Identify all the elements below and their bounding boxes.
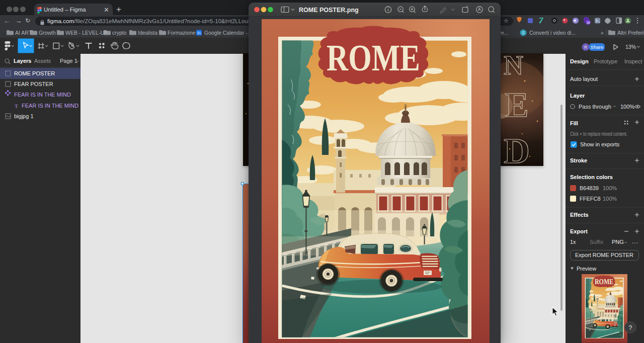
svg-text:Layers: Layers [14,58,31,64]
svg-text:AI ART: AI ART [15,30,32,36]
svg-text:Preview: Preview [577,266,596,272]
svg-text:100%: 100% [620,104,634,110]
svg-text:Auto layout: Auto layout [570,76,598,82]
svg-text:Growth: Growth [39,30,56,36]
svg-text:Effects: Effects [570,212,589,218]
svg-text:Stroke: Stroke [570,157,587,163]
svg-text:Export: Export [570,228,588,234]
svg-text:crypto: crypto [112,30,127,36]
svg-text:Prototype: Prototype [594,58,617,64]
svg-text:Google Calendar -...: Google Calendar -... [204,30,252,36]
svg-text:Selection colors: Selection colors [570,174,613,180]
svg-text:Idealista: Idealista [138,30,157,36]
svg-text:Suffix: Suffix [590,239,604,245]
svg-text:Pass through: Pass through [579,104,611,110]
svg-text:FEAR IS IN THE MIND: FEAR IS IN THE MIND [22,103,78,109]
svg-text:Design: Design [570,58,589,64]
svg-text:S: S [522,30,525,35]
svg-text:Show in exports: Show in exports [580,141,620,147]
svg-text:100%: 100% [603,196,617,202]
svg-text:Export ROME POSTER: Export ROME POSTER [575,252,633,258]
svg-text:Fill: Fill [570,120,578,126]
svg-text:Altri Preferiti: Altri Preferiti [617,30,644,36]
svg-text:Formazione: Formazione [168,30,196,36]
svg-text:E: E [505,85,529,124]
svg-text:N: N [504,53,523,80]
svg-text:100%: 100% [603,185,617,191]
svg-text:Assets: Assets [34,58,51,64]
svg-text:Converti i video di...: Converti i video di... [529,30,576,36]
svg-text:...: ... [632,238,638,245]
svg-text:18: 18 [587,21,590,24]
svg-text:Share: Share [591,44,603,50]
svg-text:»: » [601,30,604,36]
svg-text:T: T [15,103,18,109]
svg-text:D: D [504,131,530,166]
svg-text:?: ? [629,324,632,331]
svg-text:B64839: B64839 [580,185,599,191]
svg-text:FEAR IS IN THE MIND: FEAR IS IN THE MIND [14,92,71,98]
svg-text:Page 1: Page 1 [60,58,77,64]
svg-text:ROME POSTER.png: ROME POSTER.png [299,7,359,14]
svg-text:Inspect: Inspect [624,58,642,64]
svg-text:FEAR POSTER: FEAR POSTER [14,81,53,87]
svg-text:R: R [584,45,587,50]
svg-text:13%: 13% [625,44,636,50]
svg-text:31: 31 [197,31,201,35]
svg-text:WEB - LEVEL-UP: WEB - LEVEL-UP [65,30,108,36]
svg-text:bigjpg 1: bigjpg 1 [14,113,34,119]
svg-text:FFEFC8: FFEFC8 [580,196,601,202]
svg-text:Layer: Layer [570,93,585,99]
svg-text:Click + to replace mixed conte: Click + to replace mixed content. [570,131,627,137]
svg-text:PNG: PNG [612,239,624,245]
svg-text:ROME POSTER: ROME POSTER [14,70,55,76]
svg-text:1x: 1x [570,239,576,245]
